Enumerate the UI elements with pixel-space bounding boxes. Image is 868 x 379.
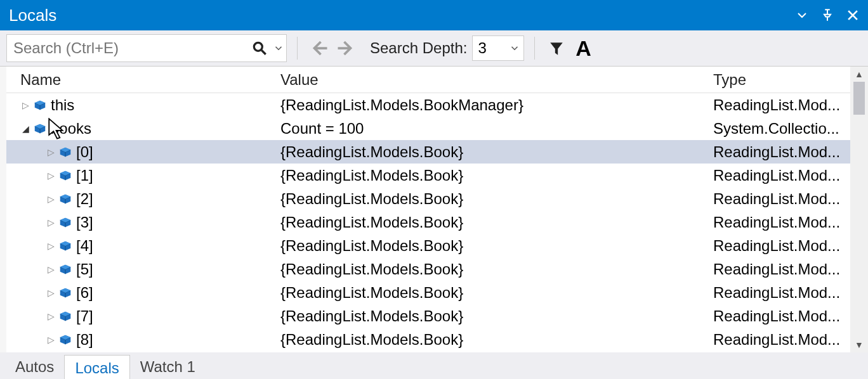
- table-row[interactable]: ▷this{ReadingList.Models.BookManager}Rea…: [6, 93, 850, 117]
- table-row[interactable]: ▷[7]{ReadingList.Models.Book}ReadingList…: [6, 304, 850, 328]
- expand-icon[interactable]: ▷: [46, 335, 56, 345]
- tab-watch-1[interactable]: Watch 1: [130, 354, 206, 379]
- table-row[interactable]: ▷[2]{ReadingList.Models.Book}ReadingList…: [6, 187, 850, 210]
- row-name: [7]: [76, 307, 93, 325]
- row-type: ReadingList.Mod...: [713, 167, 850, 184]
- toolbar: Search Depth: 3 A: [0, 30, 868, 66]
- search-depth-label: Search Depth:: [370, 39, 468, 57]
- nav-forward-button[interactable]: [334, 37, 357, 60]
- table-row[interactable]: ▷[0]{ReadingList.Models.Book}ReadingList…: [6, 140, 850, 164]
- table-row[interactable]: ▷[8]{ReadingList.Models.Book}ReadingList…: [6, 328, 850, 351]
- collapse-icon[interactable]: ◢: [20, 124, 30, 134]
- row-type: ReadingList.Mod...: [713, 284, 850, 302]
- text-format-icon[interactable]: A: [572, 37, 595, 60]
- row-type: ReadingList.Mod...: [713, 214, 850, 231]
- tab-autos[interactable]: Autos: [5, 354, 64, 379]
- object-icon: [58, 169, 72, 183]
- column-header-name[interactable]: Name: [6, 71, 280, 89]
- object-icon: [33, 122, 47, 136]
- row-value: {ReadingList.Models.Book}: [280, 167, 713, 184]
- pin-icon[interactable]: [819, 6, 836, 24]
- row-name: [8]: [76, 331, 93, 349]
- row-value: {ReadingList.Models.Book}: [280, 143, 713, 161]
- filter-icon[interactable]: [545, 37, 568, 60]
- row-name: books: [51, 120, 91, 138]
- row-type: ReadingList.Mod...: [713, 237, 850, 255]
- tab-locals[interactable]: Locals: [64, 355, 129, 379]
- row-name: [4]: [76, 237, 93, 255]
- scrollbar-thumb[interactable]: [853, 82, 865, 115]
- object-icon: [58, 286, 72, 300]
- grid-area: Name Value Type ▷this{ReadingList.Models…: [0, 66, 868, 352]
- row-name: [2]: [76, 190, 93, 208]
- row-type: ReadingList.Mod...: [713, 143, 850, 161]
- scrollbar[interactable]: ▲ ▼: [850, 67, 868, 352]
- titlebar: Locals: [0, 0, 868, 30]
- svg-line-1: [261, 50, 266, 55]
- svg-point-0: [254, 42, 262, 51]
- row-name: [1]: [76, 167, 93, 184]
- row-value: {ReadingList.Models.Book}: [280, 284, 713, 302]
- name-cell: ▷[5]: [6, 260, 280, 278]
- divider: [534, 37, 535, 60]
- name-cell: ▷[2]: [6, 190, 280, 208]
- expand-icon[interactable]: ▷: [46, 147, 56, 157]
- close-icon[interactable]: [844, 6, 862, 24]
- expand-icon[interactable]: ▷: [46, 241, 56, 251]
- search-icon[interactable]: [248, 35, 271, 61]
- object-icon: [58, 333, 72, 347]
- expand-icon[interactable]: ▷: [46, 311, 56, 321]
- grid-header: Name Value Type: [6, 67, 850, 93]
- expand-icon[interactable]: ▷: [46, 288, 56, 298]
- table-row[interactable]: ▷[1]{ReadingList.Models.Book}ReadingList…: [6, 164, 850, 187]
- search-depth-dropdown[interactable]: 3: [472, 35, 524, 61]
- row-type: ReadingList.Mod...: [713, 331, 850, 349]
- name-cell: ◢books: [6, 120, 280, 138]
- name-cell: ▷[7]: [6, 307, 280, 325]
- expand-icon[interactable]: ▷: [46, 217, 56, 228]
- object-icon: [58, 145, 72, 159]
- table-row[interactable]: ◢booksCount = 100System.Collectio...: [6, 117, 850, 140]
- row-name: [0]: [76, 143, 93, 161]
- name-cell: ▷[8]: [6, 331, 280, 349]
- row-value: {ReadingList.Models.Book}: [280, 190, 713, 208]
- expand-icon[interactable]: ▷: [46, 194, 56, 204]
- name-cell: ▷[0]: [6, 143, 280, 161]
- search-dropdown[interactable]: [271, 35, 286, 61]
- column-header-value[interactable]: Value: [280, 71, 713, 89]
- row-name: this: [51, 96, 74, 114]
- window-menu-icon[interactable]: [793, 6, 811, 24]
- object-icon: [58, 239, 72, 253]
- nav-back-button[interactable]: [308, 37, 331, 60]
- expand-icon[interactable]: ▷: [46, 170, 56, 181]
- row-value: {ReadingList.Models.Book}: [280, 214, 713, 231]
- table-row[interactable]: ▷[6]{ReadingList.Models.Book}ReadingList…: [6, 281, 850, 304]
- row-value: {ReadingList.Models.Book}: [280, 331, 713, 349]
- row-value: {ReadingList.Models.Book}: [280, 237, 713, 255]
- table-row[interactable]: ▷[4]{ReadingList.Models.Book}ReadingList…: [6, 234, 850, 257]
- search-depth-value: 3: [478, 39, 486, 57]
- scroll-up-icon[interactable]: ▲: [850, 67, 868, 82]
- scroll-down-icon[interactable]: ▼: [850, 337, 868, 352]
- row-type: ReadingList.Mod...: [713, 307, 850, 325]
- name-cell: ▷[4]: [6, 237, 280, 255]
- name-cell: ▷this: [6, 96, 280, 114]
- object-icon: [58, 262, 72, 276]
- name-cell: ▷[6]: [6, 284, 280, 302]
- row-value: {ReadingList.Models.BookManager}: [280, 96, 713, 114]
- tab-label: Watch 1: [140, 358, 195, 375]
- row-type: ReadingList.Mod...: [713, 96, 850, 114]
- table-row[interactable]: ▷[3]{ReadingList.Models.Book}ReadingList…: [6, 210, 850, 234]
- object-icon: [33, 98, 47, 112]
- object-icon: [58, 192, 72, 206]
- row-type: ReadingList.Mod...: [713, 260, 850, 278]
- column-header-type[interactable]: Type: [713, 71, 850, 89]
- search-input[interactable]: [7, 39, 248, 57]
- object-icon: [58, 309, 72, 323]
- table-row[interactable]: ▷[5]{ReadingList.Models.Book}ReadingList…: [6, 257, 850, 281]
- tab-bar: AutosLocalsWatch 1: [0, 352, 868, 379]
- expand-icon[interactable]: ▷: [46, 264, 56, 274]
- search-box: [6, 34, 287, 62]
- expand-icon[interactable]: ▷: [20, 100, 30, 110]
- name-cell: ▷[1]: [6, 167, 280, 184]
